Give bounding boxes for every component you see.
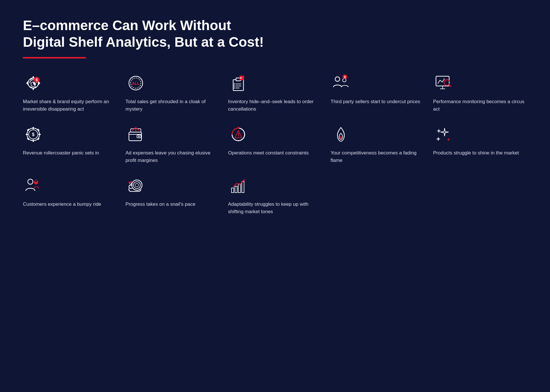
box-checklist-icon xyxy=(228,73,249,93)
svg-point-59 xyxy=(130,181,132,183)
item-text: Inventory hide–and–seek leads to order c… xyxy=(228,98,322,113)
svg-point-17 xyxy=(234,83,235,85)
list-item: Performance monitoring becomes a circus … xyxy=(433,73,527,113)
wallet-arrow-icon xyxy=(125,124,146,145)
chart-arrow-icon xyxy=(228,175,249,196)
item-text: Operations meet constant constraints xyxy=(228,149,309,157)
svg-point-43 xyxy=(138,136,140,137)
list-item: ALL Total sales get shrouded in a cloak … xyxy=(125,73,219,113)
list-item: Your competitiveness becomes a fading fl… xyxy=(331,124,425,164)
page-header: E–commerce Can Work Without Digital Shel… xyxy=(23,17,527,58)
svg-point-52 xyxy=(35,180,37,182)
svg-marker-45 xyxy=(237,126,239,129)
red-divider xyxy=(23,57,86,58)
sparkles-icon xyxy=(433,124,454,145)
svg-rect-62 xyxy=(238,184,241,193)
person-bump-icon xyxy=(23,175,44,196)
gear-warning-icon xyxy=(228,124,249,145)
svg-rect-60 xyxy=(231,188,234,193)
svg-rect-4 xyxy=(38,83,40,84)
people-dollar-icon: $ xyxy=(331,73,351,93)
svg-text:ALL: ALL xyxy=(132,81,140,86)
svg-rect-11 xyxy=(233,80,243,91)
svg-rect-1 xyxy=(33,76,34,78)
svg-rect-32 xyxy=(33,127,34,129)
list-item: Progress takes on a snail's pace xyxy=(125,175,219,215)
list-item: Ad expenses leave you chasing elusive pr… xyxy=(125,124,219,164)
svg-text:$: $ xyxy=(32,132,35,137)
list-item: $ Third party sellers start to undercut … xyxy=(331,73,425,113)
all-circle-icon: ALL xyxy=(125,73,146,93)
svg-point-54 xyxy=(133,182,140,189)
svg-rect-2 xyxy=(33,88,34,90)
gear-dollar-icon: $ xyxy=(23,73,44,93)
flame-icon xyxy=(331,124,351,145)
svg-rect-34 xyxy=(26,134,28,135)
svg-text:$: $ xyxy=(344,75,346,79)
svg-rect-35 xyxy=(38,134,41,135)
list-item: Adaptability struggles to keep up with s… xyxy=(228,175,322,215)
list-item: Products struggle to shine in the market xyxy=(433,124,527,164)
list-item: Inventory hide–and–seek leads to order c… xyxy=(228,73,322,113)
chart-search-icon xyxy=(433,73,454,93)
svg-line-29 xyxy=(445,81,447,82)
list-item: $ Market share & brand equity perform an… xyxy=(23,73,117,113)
item-text: Total sales get shrouded in a cloak of m… xyxy=(125,98,219,113)
item-text: Market share & brand equity perform an i… xyxy=(23,98,117,113)
svg-point-55 xyxy=(135,183,139,187)
svg-text:$: $ xyxy=(36,78,38,82)
svg-point-18 xyxy=(234,85,235,87)
svg-rect-33 xyxy=(33,140,34,142)
item-text: Ad expenses leave you chasing elusive pr… xyxy=(125,149,219,164)
item-text: Performance monitoring becomes a circus … xyxy=(433,98,527,113)
list-item: Customers experience a bumpy ride xyxy=(23,175,117,215)
svg-point-49 xyxy=(28,179,33,184)
page-title: E–commerce Can Work Without Digital Shel… xyxy=(23,17,527,50)
svg-point-48 xyxy=(238,136,239,137)
svg-rect-61 xyxy=(235,186,237,193)
list-item: Operations meet constant constraints xyxy=(228,124,322,164)
item-text: Progress takes on a snail's pace xyxy=(125,201,195,208)
svg-point-21 xyxy=(343,79,346,82)
item-text: Products struggle to shine in the market xyxy=(433,149,519,157)
item-text: Your competitiveness becomes a fading fl… xyxy=(331,149,425,164)
svg-rect-63 xyxy=(242,182,244,193)
item-text: Customers experience a bumpy ride xyxy=(23,201,101,208)
items-grid: $ Market share & brand equity perform an… xyxy=(23,73,527,215)
svg-point-20 xyxy=(335,77,340,81)
svg-point-19 xyxy=(234,87,235,89)
item-text: Third party sellers start to undercut pr… xyxy=(331,98,420,105)
svg-rect-3 xyxy=(26,83,28,84)
list-item: $ Revenue rollercoaster panic sets in xyxy=(23,124,117,164)
snail-icon xyxy=(125,175,146,196)
coin-gear-icon: $ xyxy=(23,124,44,145)
item-text: Adaptability struggles to keep up with s… xyxy=(228,201,322,215)
item-text: Revenue rollercoaster panic sets in xyxy=(23,149,99,157)
svg-point-58 xyxy=(129,182,130,183)
